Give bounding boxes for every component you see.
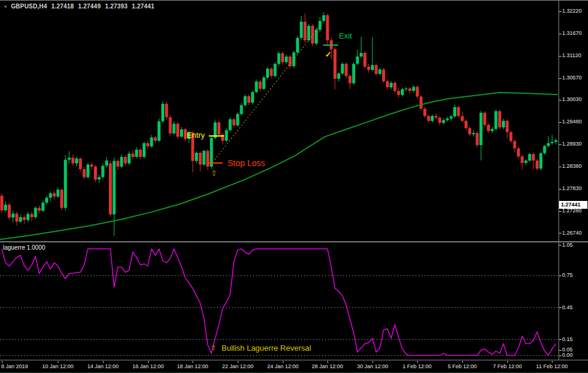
indicator-tick-mark — [559, 350, 562, 351]
candle-body — [154, 138, 157, 141]
candle-body — [195, 153, 198, 161]
time-tick-label: 14 Jan 12:00 — [87, 363, 119, 370]
price-tick-label: 1.28930 — [562, 141, 582, 147]
triangle-down-icon[interactable]: ▼ — [3, 4, 8, 10]
indicator-tick-mark — [559, 276, 562, 276]
exit-label[interactable]: Exit — [339, 31, 352, 40]
entry-label[interactable]: Entry — [187, 131, 205, 140]
candle-body — [236, 114, 239, 126]
candles-layer — [1, 12, 558, 236]
candle-body — [333, 49, 336, 79]
candle-body — [450, 117, 453, 119]
candle-body — [341, 64, 344, 73]
candle-body — [446, 119, 449, 120]
time-tick-label: 30 Jan 12:00 — [357, 363, 388, 370]
candle-body — [502, 121, 505, 128]
quote-high: 1.27449 — [78, 3, 101, 10]
time-tick-mark — [283, 361, 283, 363]
candle-body — [82, 169, 85, 177]
price-tick-label: 1.31120 — [562, 52, 581, 59]
time-tick-mark — [148, 361, 149, 363]
candle-body — [225, 130, 228, 141]
price-tick-label: 1.32220 — [562, 8, 582, 14]
time-tick-label: 22 Jan 12:00 — [222, 363, 253, 370]
time-tick-mark — [193, 361, 193, 363]
time-tick-mark — [462, 361, 463, 363]
candle-body — [251, 92, 254, 103]
time-tick-mark — [2, 361, 2, 363]
candle-body — [158, 122, 161, 141]
candle-body — [386, 81, 389, 87]
time-tick-label: 11 Feb 12:00 — [536, 363, 568, 370]
candle-body — [75, 159, 78, 164]
time-tick-mark — [58, 361, 58, 363]
price-tick-label: 1.30570 — [562, 75, 582, 81]
candle-body — [480, 113, 483, 145]
candle-body — [45, 198, 48, 203]
candle-body — [517, 149, 520, 157]
candle-body — [109, 164, 112, 215]
time-tick-label: 18 Jan 12:00 — [177, 363, 208, 370]
candle-body — [259, 82, 262, 89]
candle-body — [539, 153, 542, 169]
panel-splitter[interactable] — [0, 241, 588, 242]
candle-body — [161, 104, 164, 122]
time-tick-mark — [238, 361, 238, 363]
price-tick-mark — [559, 78, 562, 79]
price-tick-mark — [559, 100, 562, 100]
chart-title: ▼GBPUSD,H41.274181.274491.273931.27441 — [3, 3, 155, 10]
candle-body — [11, 214, 14, 218]
up-arrow-icon: ⇧ — [211, 169, 217, 177]
candle-body — [506, 121, 509, 132]
candle-body — [150, 138, 153, 147]
candle-body — [4, 205, 7, 210]
candle-body — [536, 161, 539, 169]
candle-body — [38, 208, 41, 211]
candle-body — [57, 190, 60, 196]
quote-close: 1.27441 — [132, 3, 155, 10]
candle-body — [296, 38, 299, 52]
candle-body — [180, 129, 183, 137]
candle-body — [165, 104, 168, 117]
candle-body — [247, 96, 250, 103]
candle-body — [244, 96, 247, 105]
time-tick-label: 8 Jan 2019 — [1, 363, 28, 370]
candle-body — [105, 161, 108, 166]
time-tick-label: 1 Feb 12:00 — [403, 363, 432, 370]
candle-body — [210, 138, 213, 167]
price-chart-canvas[interactable] — [0, 1, 588, 373]
candle-body — [521, 156, 524, 163]
candle-body — [345, 64, 348, 76]
candle-body — [554, 140, 557, 142]
candle-body — [34, 208, 37, 218]
candle-body — [90, 165, 93, 167]
price-tick-mark — [559, 11, 562, 12]
candle-body — [169, 117, 172, 134]
indicator-tick-label: 1.05 — [562, 242, 573, 248]
checkmark-icon: ✓ — [325, 50, 332, 59]
trendline-dotted[interactable] — [215, 26, 320, 159]
candle-body — [42, 203, 45, 211]
candle-body — [274, 64, 277, 76]
stop-loss-label[interactable]: Stop Loss — [227, 158, 265, 168]
candle-body — [270, 69, 273, 76]
candle-body — [15, 214, 18, 222]
price-tick-label: 1.31670 — [562, 30, 582, 37]
price-tick-label: 1.29480 — [562, 119, 582, 125]
candle-body — [199, 153, 202, 165]
candle-body — [337, 73, 340, 79]
candle-body — [528, 154, 531, 161]
candle-body — [394, 83, 397, 91]
price-tick-mark — [559, 233, 562, 233]
time-tick-mark — [507, 361, 508, 363]
bullish-reversal-label[interactable]: Bullish Laguerre Reversal — [221, 344, 311, 353]
price-tick-mark — [559, 189, 562, 190]
price-tick-label: 1.27280 — [562, 208, 582, 214]
candle-body — [348, 76, 351, 83]
candle-body — [547, 143, 550, 146]
candle-body — [94, 167, 97, 180]
candle-body — [375, 65, 378, 74]
price-tick-mark — [559, 122, 562, 123]
candle-body — [60, 190, 63, 208]
candle-body — [285, 57, 288, 62]
